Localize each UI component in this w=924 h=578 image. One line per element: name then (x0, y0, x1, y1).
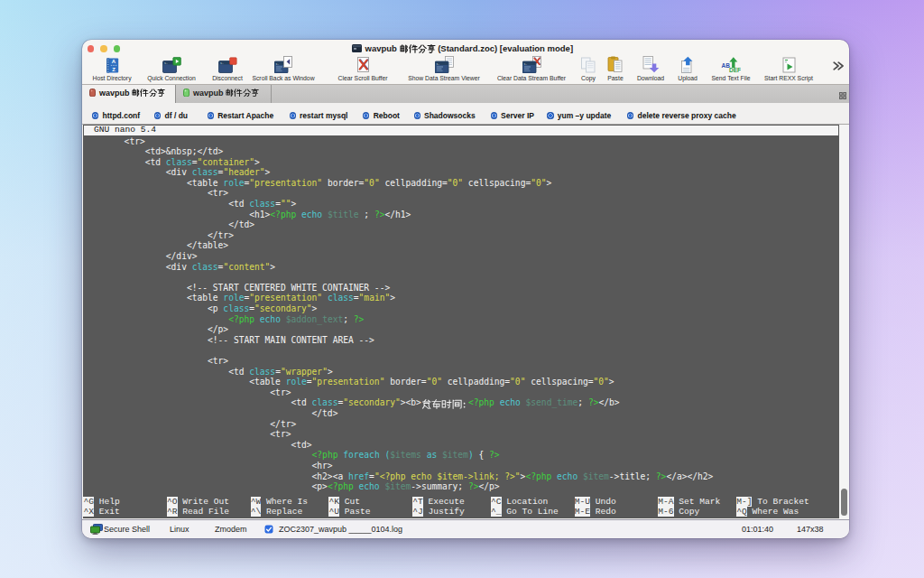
svg-text:s.: s. (436, 62, 439, 66)
svg-text:s.: s. (275, 62, 279, 66)
svg-text:A: A (112, 59, 116, 64)
svg-text:s.: s. (523, 62, 527, 66)
svg-text:s.: s. (220, 61, 224, 65)
svg-text:Z: Z (112, 67, 116, 72)
svg-text:s.: s. (164, 61, 168, 65)
svg-text:DEF: DEF (729, 67, 741, 73)
